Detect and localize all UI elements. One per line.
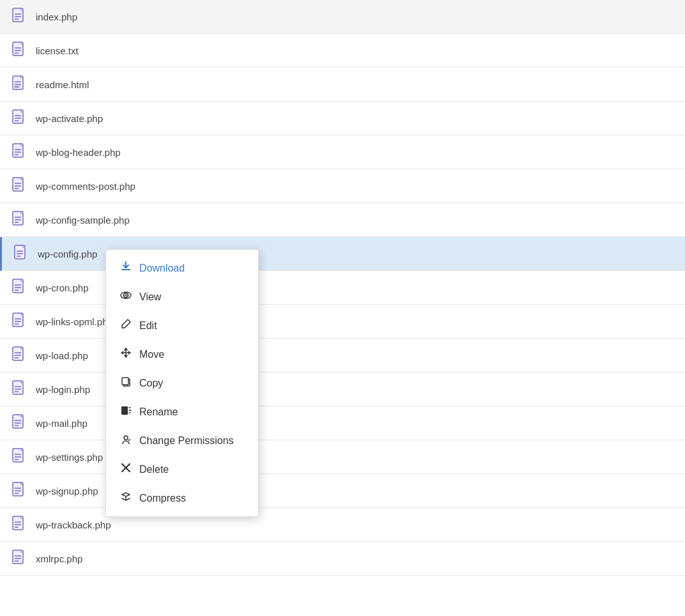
download-icon <box>119 261 133 275</box>
context-menu-label-move: Move <box>139 349 164 360</box>
file-name: wp-load.php <box>36 350 88 361</box>
file-icon <box>12 243 30 264</box>
context-menu-item-move[interactable]: Move <box>106 340 258 369</box>
file-list-container: index.php license.txt </> readme.html <box>0 0 685 576</box>
file-icon <box>10 345 28 366</box>
context-menu-label-view: View <box>139 291 161 303</box>
file-icon <box>10 176 28 196</box>
file-row[interactable]: wp-comments-post.php <box>0 169 685 203</box>
file-row[interactable]: wp-activate.php <box>0 102 685 135</box>
view-icon <box>119 289 133 304</box>
context-menu-label-compress: Compress <box>139 493 186 504</box>
svg-text:</>: </> <box>14 84 20 89</box>
file-icon <box>10 142 28 162</box>
file-name: wp-settings.php <box>36 452 103 463</box>
file-row[interactable]: wp-settings.php <box>0 440 685 474</box>
rename-icon <box>119 404 133 419</box>
delete-icon <box>119 462 133 477</box>
file-icon <box>10 379 28 399</box>
file-name: wp-cron.php <box>36 282 89 293</box>
edit-icon <box>119 318 133 333</box>
context-menu-item-copy[interactable]: Copy <box>106 369 258 397</box>
file-name: xmlrpc.php <box>36 553 82 564</box>
file-icon <box>10 447 28 467</box>
svg-rect-74 <box>121 406 128 415</box>
file-name: index.php <box>36 12 77 22</box>
context-menu-item-permissions[interactable]: Change Permissions <box>106 426 258 455</box>
file-icon <box>10 481 28 501</box>
file-row[interactable]: wp-login.php <box>0 373 685 406</box>
svg-point-70 <box>125 295 127 296</box>
context-menu-label-delete: Delete <box>139 464 169 475</box>
file-row[interactable]: wp-config.php <box>0 237 685 271</box>
file-icon <box>10 40 28 61</box>
file-icon <box>10 413 28 433</box>
context-menu-item-view[interactable]: View <box>106 282 258 311</box>
file-icon <box>10 6 28 27</box>
context-menu-label-permissions: Change Permissions <box>139 435 234 447</box>
compress-icon <box>119 491 133 505</box>
file-name: wp-blog-header.php <box>36 147 121 158</box>
file-row[interactable]: index.php <box>0 0 685 34</box>
file-row[interactable]: wp-mail.php <box>0 406 685 440</box>
file-icon <box>10 277 28 298</box>
context-menu-item-rename[interactable]: Rename <box>106 397 258 426</box>
file-name: license.txt <box>36 45 79 56</box>
file-row[interactable]: wp-config-sample.php <box>0 203 685 237</box>
file-icon <box>10 108 28 128</box>
file-row[interactable]: wp-links-opml.php <box>0 305 685 339</box>
file-row[interactable]: wp-load.php <box>0 339 685 373</box>
file-icon: </> <box>10 74 28 95</box>
file-icon <box>10 548 28 569</box>
context-menu: Download View Edit Move Copy Rename Chan… <box>105 249 259 517</box>
copy-icon <box>119 376 133 390</box>
context-menu-item-download[interactable]: Download <box>106 254 258 282</box>
permissions-icon <box>119 433 133 448</box>
file-name: wp-links-opml.php <box>36 316 113 327</box>
context-menu-label-edit: Edit <box>139 320 157 332</box>
file-icon <box>10 210 28 230</box>
file-row[interactable]: </> readme.html <box>0 68 685 102</box>
file-name: readme.html <box>36 79 89 90</box>
file-name: wp-mail.php <box>36 418 88 429</box>
file-name: wp-login.php <box>36 384 90 395</box>
file-row[interactable]: xmlrpc.php <box>0 542 685 576</box>
file-row[interactable]: wp-cron.php <box>0 271 685 305</box>
file-row[interactable]: wp-signup.php <box>0 474 685 508</box>
context-menu-item-edit[interactable]: Edit <box>106 311 258 340</box>
context-menu-item-compress[interactable]: Compress <box>106 484 258 512</box>
file-row[interactable]: wp-blog-header.php <box>0 135 685 169</box>
file-name: wp-comments-post.php <box>36 181 135 192</box>
file-list: index.php license.txt </> readme.html <box>0 0 685 576</box>
file-row[interactable]: license.txt <box>0 34 685 68</box>
svg-rect-73 <box>122 378 128 385</box>
file-icon <box>10 514 28 535</box>
context-menu-item-delete[interactable]: Delete <box>106 455 258 484</box>
context-menu-label-copy: Copy <box>139 378 163 389</box>
file-name: wp-trackback.php <box>36 520 111 530</box>
file-icon <box>10 311 28 332</box>
file-name: wp-config-sample.php <box>36 215 130 226</box>
file-name: wp-config.php <box>38 249 97 259</box>
context-menu-label-download: Download <box>139 263 185 274</box>
context-menu-label-rename: Rename <box>139 406 178 418</box>
file-row[interactable]: wp-trackback.php <box>0 508 685 542</box>
move-icon <box>119 347 133 362</box>
file-name: wp-signup.php <box>36 486 98 497</box>
file-name: wp-activate.php <box>36 113 103 124</box>
svg-point-75 <box>124 436 128 440</box>
